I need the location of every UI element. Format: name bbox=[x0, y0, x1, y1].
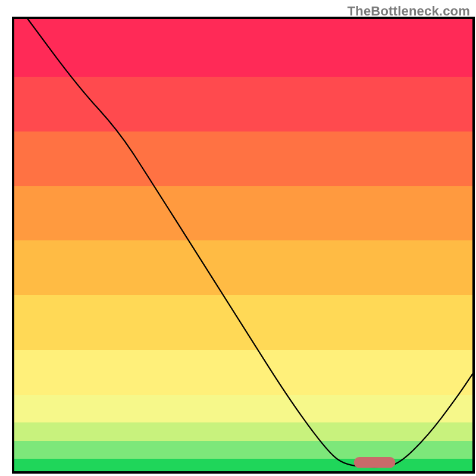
gradient-background bbox=[13, 18, 474, 472]
plot-area bbox=[13, 18, 474, 472]
optimal-range-marker bbox=[354, 457, 396, 468]
watermark-text: TheBottleneck.com bbox=[347, 4, 470, 19]
bottleneck-chart: TheBottleneck.com bbox=[0, 0, 476, 476]
chart-svg bbox=[0, 0, 476, 476]
